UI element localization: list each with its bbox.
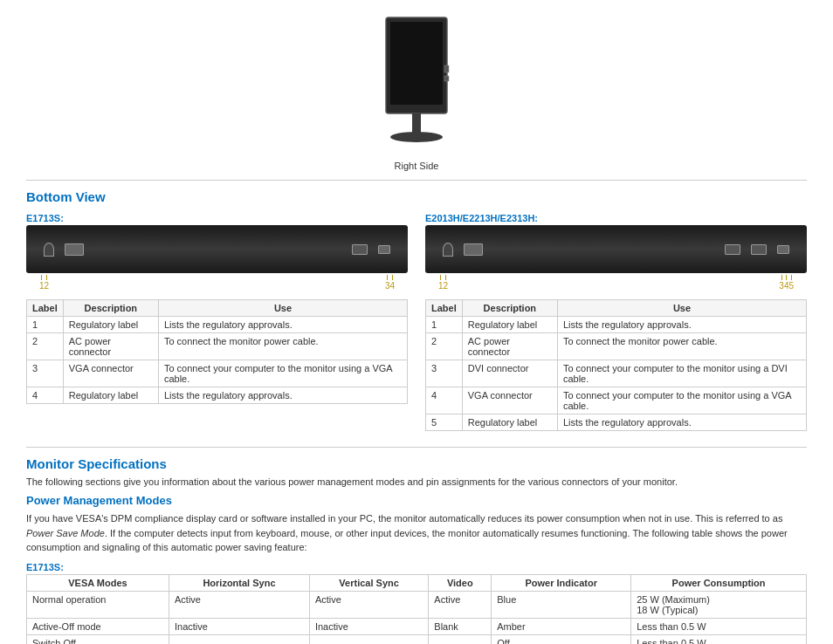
table-row: 2AC power connectorTo connect the monito… [426, 333, 807, 360]
e1713s-power-table: VESA ModesHorizontal SyncVertical SyncVi… [26, 574, 807, 645]
rt-header-label: Label [426, 300, 463, 317]
bottom-view-left: E1713S: [26, 209, 408, 291]
divider-1 [26, 180, 807, 181]
right-connectors [425, 225, 807, 273]
left-panel-image [26, 225, 408, 273]
label-4: 4 [389, 275, 395, 291]
e1713s-label: E1713S: [26, 562, 807, 572]
lt-header-use: Use [158, 300, 407, 317]
rt-header-desc: Description [462, 300, 557, 317]
power-port-1 [44, 243, 54, 257]
left-num-labels: 1 2 3 4 [26, 275, 408, 291]
table-row: 5Regulatory labelLists the regulatory ap… [426, 414, 807, 431]
rconn-5 [777, 245, 789, 254]
svg-rect-4 [444, 65, 449, 72]
bottom-view-title: Bottom View [26, 189, 807, 204]
rconn-2 [464, 243, 483, 256]
rtick-2 [445, 275, 446, 280]
svg-rect-5 [444, 76, 449, 81]
left-connector-table: Label Description Use 1Regulatory labelL… [26, 299, 408, 404]
tick-3 [387, 275, 388, 280]
power-save-mode-italic: Power Save Mode [26, 528, 105, 538]
table-row: Normal operationActiveActiveActiveBlue25… [27, 591, 807, 618]
rt-header-use: Use [557, 300, 806, 317]
tick-4 [392, 275, 393, 280]
right-side-label: Right Side [395, 161, 439, 171]
connector-tables: Label Description Use 1Regulatory labelL… [26, 299, 807, 438]
conn-1 [44, 243, 54, 257]
table-row: 3VGA connectorTo connect your computer t… [27, 360, 408, 387]
rtick-4 [786, 275, 787, 280]
power-port-2 [65, 243, 84, 256]
table-row: 4Regulatory labelLists the regulatory ap… [27, 387, 408, 404]
bottom-view-section: Bottom View E1713S: [26, 189, 807, 438]
left-connector-table-wrap: Label Description Use 1Regulatory labelL… [26, 299, 408, 438]
table-row: Switch Off---OffLess than 0.5 W [27, 634, 807, 644]
conn-2 [65, 243, 84, 256]
table-row: Active-Off modeInactiveInactiveBlankAmbe… [27, 618, 807, 634]
right-connector-table: Label Description Use 1Regulatory labelL… [425, 299, 807, 431]
rsmall-port [777, 245, 789, 254]
conn-3 [352, 244, 368, 255]
monitor-spec-section: Monitor Specifications The following sec… [26, 456, 807, 644]
small-port [378, 245, 390, 254]
power-mgmt-title: Power Management Modes [26, 494, 807, 507]
svg-point-3 [390, 132, 443, 142]
table-row: 3DVI connectorTo connect your computer t… [426, 360, 807, 387]
monitor-image [377, 9, 456, 157]
monitor-spec-title: Monitor Specifications [26, 456, 807, 471]
page-container: Right Side Bottom View E1713S: [0, 0, 833, 644]
rvga-port [751, 244, 767, 255]
right-panel-image [425, 225, 807, 273]
right-model-label: E2013H/E2213H/E2313H: [425, 213, 807, 223]
conn-4 [378, 245, 390, 254]
divider-2 [26, 447, 807, 448]
rlabel-5: 5 [788, 275, 794, 291]
rpower-port-2 [464, 243, 483, 256]
svg-rect-1 [390, 22, 443, 105]
rpower-port-1 [443, 243, 453, 257]
table-row: 1Regulatory labelLists the regulatory ap… [27, 317, 408, 333]
table-row: 4VGA connectorTo connect your computer t… [426, 387, 807, 414]
rtick-1 [440, 275, 441, 280]
right-connector-table-wrap: Label Description Use 1Regulatory labelL… [425, 299, 807, 438]
left-model-label: E1713S: [26, 213, 408, 223]
right-num-labels: 1 2 3 4 [425, 275, 807, 291]
bottom-view-right: E2013H/E2213H/E2313H: [425, 209, 807, 291]
lt-header-label: Label [27, 300, 64, 317]
monitor-image-section: Right Side [26, 9, 807, 171]
rtick-3 [781, 275, 782, 280]
rtick-5 [791, 275, 792, 280]
vga-port [352, 244, 368, 255]
bottom-view-container: E1713S: [26, 209, 807, 291]
lt-header-desc: Description [63, 300, 158, 317]
rdvi-port [725, 244, 740, 255]
power-note: If you have VESA's DPM compliance displa… [26, 511, 807, 555]
rconn-3 [725, 244, 740, 255]
rconn-4 [751, 244, 767, 255]
table-row: 2AC power connectorTo connect the monito… [27, 333, 408, 360]
tick-1 [41, 275, 42, 280]
monitor-spec-intro: The following sections give you informat… [26, 476, 807, 487]
tick-2 [46, 275, 47, 280]
table-row: 1Regulatory labelLists the regulatory ap… [426, 317, 807, 333]
rconn-1 [443, 243, 453, 257]
left-connectors [26, 225, 408, 273]
